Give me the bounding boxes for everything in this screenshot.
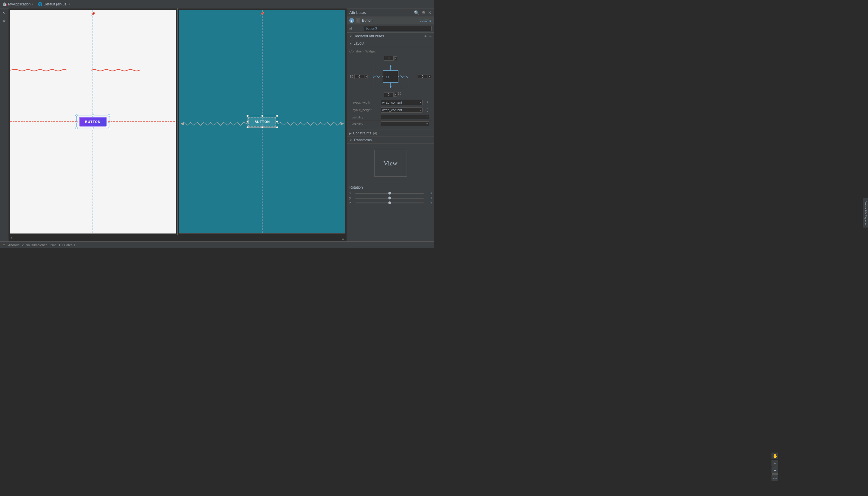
panel-header: Attributes 🔍 ⚙ ✕ [347, 9, 434, 17]
dark-panel[interactable]: 📌 BUTTON [179, 10, 345, 234]
layout-title: Layout [354, 41, 365, 46]
search-icon[interactable]: 🔍 [414, 10, 419, 15]
margin-left-dropdown[interactable]: ▾ [365, 75, 368, 79]
top-bar: 🤖 MyApplication ▾ 🌐 Default (en-us) ▾ [0, 0, 434, 9]
visibility-label-1: visibility [352, 115, 379, 119]
handle-tl-light[interactable] [75, 114, 78, 117]
transforms-section-header[interactable]: ▼ Transforms [347, 137, 434, 144]
layout-section: Constraint Widget ▾ ▾ 50 [347, 47, 434, 130]
margin-bottom-container: ▾ [384, 93, 397, 97]
view-preview-container: View [347, 144, 434, 183]
svg-rect-7 [383, 71, 398, 82]
margin-right-dropdown[interactable]: ▾ [428, 75, 431, 79]
margin-right-container: ▾ [418, 74, 431, 79]
declared-attrs-chevron: ▼ [349, 35, 352, 38]
bottom-side-label: 50 [398, 92, 401, 95]
handle-br-light[interactable] [108, 127, 110, 129]
visibility-row-2: visibility ▾ [349, 121, 432, 127]
constraints-count: (4) [373, 131, 377, 135]
constraints-chevron-icon: ▶ [349, 132, 352, 135]
center-constraint-box: ⟨⟩ [373, 64, 409, 89]
visibility-label-2: visibility [352, 122, 379, 126]
handle-tr-light[interactable] [108, 114, 110, 117]
button-widget-dark[interactable]: BUTTON [248, 117, 276, 127]
divider-icon: / [11, 236, 12, 240]
declared-attrs-title: Declared Attributes [354, 34, 384, 38]
id-input[interactable] [364, 26, 432, 31]
split-icon: // [342, 236, 344, 240]
rotation-y-thumb [388, 197, 391, 200]
rotation-y-slider[interactable] [355, 198, 424, 199]
handle-bl-light[interactable] [75, 127, 78, 129]
button-widget-light[interactable]: BUTTON [79, 117, 107, 127]
constraints-section-header[interactable]: ▶ Constraints (4) [347, 130, 434, 137]
rotation-z-label: z [349, 201, 353, 205]
canvas-area: 📌 BUTTON [9, 9, 346, 242]
rotation-z-thumb [388, 201, 391, 204]
rotation-y-row: y 0 [349, 196, 432, 200]
left-constraint-light [10, 121, 78, 122]
rotation-x-value: 0 [426, 191, 432, 195]
rotation-y-label: y [349, 196, 353, 200]
layout-height-more[interactable]: ⋮ [425, 108, 429, 112]
rotation-z-value: 0 [426, 201, 432, 205]
app-robot-icon: 🤖 [2, 2, 7, 6]
scroll-panel[interactable]: ▼ Declared Attributes + − ▼ Layout Const… [347, 33, 434, 242]
transforms-chevron-icon: ▼ [349, 139, 352, 142]
margin-bottom-input[interactable] [384, 93, 393, 97]
svg-marker-5 [341, 122, 344, 125]
component-type-label: Button [362, 18, 418, 22]
rotation-z-row: z 0 [349, 201, 432, 205]
margin-top-input[interactable] [384, 56, 393, 61]
visibility-dropdown-1[interactable]: ▾ [381, 115, 429, 119]
margin-left-input[interactable] [354, 74, 364, 79]
svg-marker-11 [390, 86, 391, 88]
rotation-x-thumb [388, 192, 391, 195]
margin-bottom-dropdown[interactable]: ▾ [394, 93, 397, 97]
layout-height-dropdown[interactable]: wrap_content ▾ [381, 107, 422, 113]
right-constraint-light [108, 121, 176, 122]
canvas-panels: 📌 BUTTON [9, 9, 346, 235]
declared-attrs-actions: + − [424, 34, 432, 38]
id-label: id [349, 27, 361, 30]
add-attr-button[interactable]: + [424, 34, 427, 38]
handle-tr-dark[interactable] [276, 115, 278, 117]
layout-width-more[interactable]: ⋮ [425, 100, 429, 105]
rotation-title: Rotation [349, 185, 432, 189]
canvas-footer: / // [9, 235, 346, 242]
remove-attr-button[interactable]: − [429, 34, 432, 38]
rotation-x-label: x [349, 191, 353, 195]
layout-section-header[interactable]: ▼ Layout [347, 40, 434, 47]
app-selector[interactable]: 🤖 MyApplication ▾ [2, 2, 33, 6]
toolbar-move-icon[interactable]: ✥ [1, 17, 7, 24]
layout-height-value: wrap_content [382, 108, 402, 112]
visibility-dropdown-2[interactable]: ▾ [381, 121, 429, 126]
svg-marker-9 [390, 65, 391, 67]
handle-br-dark[interactable] [276, 126, 278, 128]
declared-attrs-header[interactable]: ▼ Declared Attributes + − [347, 33, 434, 40]
layout-height-row: layout_height wrap_content ▾ ⋮ [349, 106, 432, 114]
margin-top-dropdown[interactable]: ▾ [394, 56, 397, 60]
light-panel[interactable]: 📌 BUTTON [10, 10, 176, 234]
constraint-diagram[interactable]: ▾ ▾ 50 ▾ ▾ [349, 56, 432, 98]
rotation-z-slider[interactable] [355, 202, 424, 203]
settings-icon[interactable]: ⚙ [422, 10, 425, 15]
toolbar-cursor-icon[interactable]: ↖ [1, 10, 7, 16]
default-selector[interactable]: 🌐 Default (en-us) ▾ [38, 2, 70, 6]
button-label-light: BUTTON [85, 120, 100, 124]
view-preview-box: View [374, 150, 407, 177]
margin-right-input[interactable] [418, 74, 428, 79]
main-area: ↖ ✥ 📌 BUTTON [0, 9, 434, 242]
handle-bc-dark[interactable] [261, 126, 263, 128]
svg-text:⟨⟩: ⟨⟩ [386, 75, 389, 79]
margin-left-container: 50 ▾ [350, 74, 368, 79]
layout-width-dropdown[interactable]: wrap_content ▾ [381, 100, 422, 105]
panel-header-icons: 🔍 ⚙ ✕ [414, 10, 432, 15]
left-toolbar: ↖ ✥ [0, 9, 9, 242]
rotation-x-slider[interactable] [355, 193, 424, 194]
status-bar: ⚠ Android Studio Bumblebee | 2021.1.1 Pa… [0, 242, 434, 248]
handle-bl-dark[interactable] [247, 126, 249, 128]
layout-width-value: wrap_content [382, 100, 402, 104]
close-icon[interactable]: ✕ [428, 10, 432, 15]
layout-width-label: layout_width [352, 100, 379, 104]
